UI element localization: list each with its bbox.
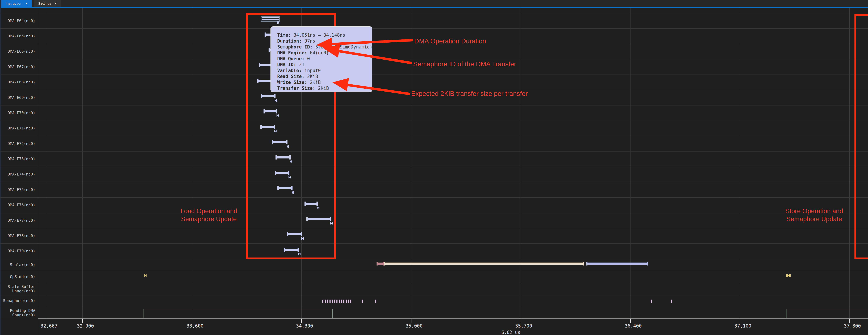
axis-tick-label: 37,800 — [844, 323, 861, 329]
tooltip-field: Read Size: 2KiB — [277, 74, 372, 79]
axis-tick — [192, 319, 192, 323]
axis-scale-label: 6.02 us — [501, 330, 521, 335]
tab-instruction-label: Instruction — [5, 1, 22, 5]
tab-close-icon[interactable]: × — [25, 1, 28, 5]
axis-tick — [46, 319, 46, 323]
row-separator — [0, 13, 868, 13]
semaphore-tick[interactable] — [375, 300, 376, 303]
semaphore-tick[interactable] — [348, 300, 349, 303]
semaphore-tick[interactable] — [362, 300, 363, 303]
sidebar-row-label[interactable]: State Buffer Usage(nc0) — [1, 283, 35, 295]
tooltip-field: DMA Queue: 0 — [277, 56, 372, 62]
sidebar-row-label[interactable]: Pending DMA Count(nc0) — [1, 307, 35, 319]
annotation-duration: DMA Operation Duration — [414, 37, 486, 45]
bar-part — [383, 262, 384, 266]
row-separator — [0, 75, 868, 75]
row-separator — [0, 283, 868, 283]
gridline — [740, 8, 740, 319]
pending-dma-count-line — [0, 0, 868, 335]
semaphore-tick[interactable] — [339, 300, 340, 303]
axis-tick — [411, 319, 411, 323]
row-separator — [0, 228, 868, 228]
semaphore-tick[interactable] — [330, 300, 331, 303]
annotation-arrows — [0, 0, 868, 335]
annotation-semaphore: Semaphore ID of the DMA Transfer — [413, 60, 516, 68]
bar-part — [586, 262, 648, 264]
row-separator — [0, 213, 868, 213]
row-separator — [0, 120, 868, 121]
semaphore-tick[interactable] — [334, 300, 335, 303]
semaphore-tick[interactable] — [343, 300, 344, 303]
sidebar-row-label[interactable]: Scalar(nc0) — [1, 259, 35, 271]
tooltip-field: Duration: 97ns — [277, 38, 372, 44]
scalar-segment[interactable] — [384, 262, 584, 266]
tab-close-icon[interactable]: × — [54, 1, 57, 5]
row-separator — [0, 182, 868, 182]
sidebar-row-label[interactable]: DMA-E67(nc0) — [1, 59, 35, 74]
sidebar-row-label[interactable]: DMA-E75(nc0) — [1, 182, 35, 197]
semaphore-tick[interactable] — [341, 300, 342, 303]
axis-tick-label: 36,400 — [625, 323, 642, 329]
sidebar-row-label[interactable]: DMA-E72(nc0) — [1, 136, 35, 151]
semaphore-tick[interactable] — [346, 300, 347, 303]
sidebar-row-label[interactable]: DMA-E78(nc0) — [1, 228, 35, 243]
annotation-load: Load Operation and Semaphore Update — [174, 207, 244, 223]
semaphore-tick[interactable] — [332, 300, 333, 303]
axis-tick-label: 33,600 — [186, 323, 204, 329]
row-separator — [0, 244, 868, 244]
semaphore-tick[interactable] — [336, 300, 338, 303]
sidebar-row-label[interactable]: DMA-E65(nc0) — [1, 28, 35, 44]
semaphore-tick[interactable] — [350, 300, 351, 303]
sidebar-row-label[interactable]: GpSimd(nc0) — [1, 271, 35, 283]
sidebar-separator — [38, 8, 38, 335]
axis-tick-label: 32,900 — [77, 323, 94, 329]
gridline — [521, 8, 521, 319]
axis-tick-label: 32,667 — [40, 323, 58, 329]
sidebar-row-label[interactable]: DMA-E70(nc0) — [1, 105, 35, 120]
tab-bar: Instruction × Settings × × — [0, 0, 868, 7]
semaphore-tick[interactable] — [327, 300, 328, 303]
sidebar-row-label[interactable]: DMA-E68(nc0) — [1, 75, 35, 90]
row-separator — [0, 295, 868, 295]
axis-tick — [849, 319, 850, 323]
tab-instruction[interactable]: Instruction × — [1, 0, 32, 7]
semaphore-tick[interactable] — [322, 300, 323, 303]
gridline — [849, 8, 849, 319]
sidebar-row-label[interactable]: DMA-E73(nc0) — [1, 151, 35, 166]
gpsimd-marker[interactable] — [145, 274, 147, 277]
axis-tick-label: 34,300 — [296, 323, 313, 329]
sidebar-row-label[interactable]: DMA-E74(nc0) — [1, 167, 35, 182]
tooltip-field: Time: 34,051ns – 34,148ns — [277, 32, 372, 38]
scalar-segment[interactable] — [376, 262, 384, 266]
sidebar-row-label[interactable]: DMA-E64(nc0) — [1, 13, 35, 28]
sidebar-row-label[interactable]: DMA-E79(nc0) — [1, 244, 35, 259]
row-separator — [0, 151, 868, 151]
store-highlight-rect — [855, 14, 868, 259]
sidebar-row-label[interactable]: DMA-E66(nc0) — [1, 44, 35, 59]
scalar-segment[interactable] — [586, 262, 648, 266]
tab-settings[interactable]: Settings × — [34, 0, 61, 7]
sidebar-row-label[interactable]: Semaphore(nc0) — [1, 295, 35, 307]
row-separator — [0, 105, 868, 106]
sidebar-row-label[interactable]: DMA-E71(nc0) — [1, 120, 35, 136]
semaphore-tick[interactable] — [651, 300, 652, 303]
axis-tick — [82, 319, 83, 323]
gpsimd-marker[interactable] — [786, 274, 790, 277]
tooltip-field: Transfer Size: 2KiB — [277, 85, 372, 91]
row-separator — [0, 259, 868, 259]
axis-tick — [630, 319, 631, 323]
tooltip-field: Write Size: 2KiB — [277, 79, 372, 85]
left-gutter — [0, 0, 1, 335]
semaphore-tick[interactable] — [671, 300, 672, 303]
tooltip-field: DMA Engine: 64(nc0) — [277, 50, 372, 56]
sidebar-row-label[interactable]: DMA-E77(nc0) — [1, 213, 35, 228]
annotation-transfer: Expected 2KiB transfer size per transfer — [411, 90, 528, 97]
row-separator — [0, 307, 868, 307]
tooltip-field: DMA ID: 21 — [277, 62, 372, 67]
semaphore-tick[interactable] — [325, 300, 326, 303]
gridline — [82, 8, 83, 319]
sidebar-row-label[interactable]: DMA-E69(nc0) — [1, 90, 35, 105]
sidebar-row-label[interactable]: DMA-E76(nc0) — [1, 197, 35, 213]
axis-tick-label: 35,700 — [515, 323, 532, 329]
row-separator — [0, 28, 868, 29]
